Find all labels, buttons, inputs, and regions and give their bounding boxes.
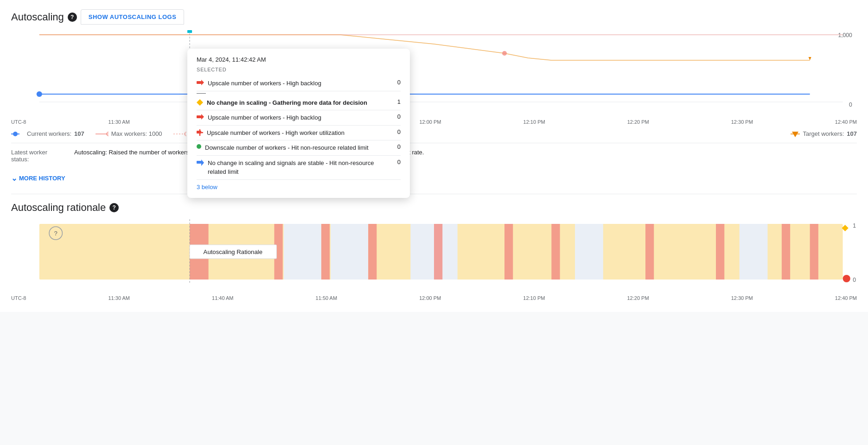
rationale-time-label: 11:40 AM <box>212 295 233 301</box>
svg-point-4 <box>37 91 42 97</box>
svg-rect-12 <box>197 115 201 118</box>
autoscaling-tooltip: Mar 4, 2024, 11:42:42 AM SELECTED Upscal… <box>187 49 410 198</box>
current-workers-legend-label: Current workers: <box>27 130 71 137</box>
rationale-time-label: 12:10 PM <box>523 295 545 301</box>
svg-text:0: 0 <box>849 102 852 108</box>
time-axis-label: 12:20 PM <box>627 119 649 125</box>
tooltip-row: Downscale number of workers - Hit non-re… <box>197 140 401 156</box>
tooltip-row-label: Upscale number of workers - High backlog <box>208 113 391 122</box>
tooltip-row-content: Upscale number of workers - High backlog <box>197 113 391 122</box>
tooltip-selected-item-label: No change in scaling - Gathering more da… <box>207 98 391 108</box>
tooltip-row-content: Downscale number of workers - Hit non-re… <box>197 143 391 153</box>
svg-rect-36 <box>504 224 513 280</box>
tooltip-row: Upscale number of workers - High backlog… <box>197 76 401 91</box>
svg-rect-43 <box>810 224 818 280</box>
tooltip-selected-label: SELECTED <box>197 67 401 72</box>
svg-rect-30 <box>321 224 330 280</box>
tooltip-row-value: 0 <box>391 113 401 120</box>
target-workers-value: 107 <box>847 130 857 137</box>
tooltip-row-selected: No change in scaling - Gathering more da… <box>197 95 401 111</box>
rationale-time-label: 12:30 PM <box>731 295 753 301</box>
autoscaling-chart: 1,000 0 Mar 4, 2024, 11:42:42 AM <box>11 30 857 114</box>
autoscaling-title: Autoscaling <box>11 11 64 23</box>
red-arrow-icon <box>197 80 204 87</box>
chart-svg: 1,000 0 <box>11 30 857 114</box>
rationale-help-icon[interactable]: ? <box>109 203 119 212</box>
svg-rect-35 <box>434 224 442 280</box>
tooltip-row: Upscale number of workers - High backlog… <box>197 110 401 126</box>
svg-point-9 <box>502 51 507 56</box>
rationale-time-axis-tz: UTC-8 <box>11 295 26 301</box>
max-workers-legend: Max workers: 1000 <box>96 130 162 137</box>
min-workers-line-icon <box>173 131 186 137</box>
rationale-time-axis: UTC-8 11:30 AM 11:40 AM 11:50 AM 12:00 P… <box>11 293 857 303</box>
status-label: Latest worker status: <box>11 149 67 163</box>
svg-rect-10 <box>197 81 201 84</box>
svg-rect-40 <box>716 224 724 280</box>
current-workers-legend: Current workers: 107 <box>11 130 84 137</box>
tooltip-divider <box>197 93 206 94</box>
rationale-time-label: 11:50 AM <box>316 295 337 301</box>
svg-rect-31 <box>284 224 321 280</box>
svg-text:0: 0 <box>853 277 856 283</box>
tooltip-row-value: 0 <box>391 143 401 150</box>
rationale-chart-svg: ? 1 0 Autoscaling Rationale <box>11 219 857 284</box>
chevron-down-icon: ⌄ <box>11 174 17 183</box>
time-axis-label: 12:10 PM <box>523 119 545 125</box>
max-workers-legend-label: Max workers: 1000 <box>111 130 162 137</box>
tooltip-below-link[interactable]: 3 below <box>197 184 401 191</box>
tooltip-row-content: No change in scaling - Gathering more da… <box>197 98 391 108</box>
svg-point-20 <box>13 132 18 136</box>
tooltip-row-content: Upscale number of workers - High backlog <box>197 79 391 88</box>
svg-rect-39 <box>645 224 654 280</box>
svg-rect-37 <box>551 224 560 280</box>
svg-rect-32 <box>331 224 368 280</box>
green-circle-icon <box>197 144 201 149</box>
svg-text:Autoscaling Rationale: Autoscaling Rationale <box>204 248 262 255</box>
rationale-time-label: 12:20 PM <box>627 295 649 301</box>
tooltip-timestamp: Mar 4, 2024, 11:42:42 AM <box>197 56 401 63</box>
rationale-time-label: 12:40 PM <box>835 295 857 301</box>
max-workers-line-icon <box>96 131 108 137</box>
tooltip-row-value: 0 <box>391 79 401 86</box>
time-axis-label: 12:00 PM <box>419 119 441 125</box>
target-workers-legend: Target workers: 107 <box>791 130 857 137</box>
current-workers-line-icon <box>11 131 24 137</box>
chart-time-axis: UTC-8 11:30 AM 11:40 AM 11:50 PM 12:00 P… <box>11 117 857 127</box>
svg-text:1,000: 1,000 <box>838 32 852 38</box>
show-logs-button[interactable]: SHOW AUTOSCALING LOGS <box>81 9 185 25</box>
time-axis-label: 12:40 PM <box>835 119 857 125</box>
time-axis-label: 12:30 PM <box>731 119 753 125</box>
rationale-title: Autoscaling rationale <box>11 202 106 214</box>
worker-status-section: Latest worker status: Autoscaling: Raise… <box>11 143 857 163</box>
tooltip-row-label: Upscale number of workers - High backlog <box>208 79 391 88</box>
target-workers-triangle-icon <box>791 131 800 137</box>
tooltip-row-label: Downscale number of workers - Hit non-re… <box>205 143 391 153</box>
svg-rect-8 <box>187 30 192 33</box>
svg-marker-5 <box>809 57 811 60</box>
svg-rect-38 <box>575 224 603 280</box>
red-arrow-icon-2 <box>197 114 204 121</box>
tooltip-row: No change in scaling and signals are sta… <box>197 156 401 180</box>
orange-diamond-icon <box>197 99 203 106</box>
svg-text:1: 1 <box>853 222 856 229</box>
rationale-time-label: 11:30 AM <box>108 295 129 301</box>
svg-marker-11 <box>201 80 204 85</box>
svg-rect-42 <box>782 224 790 280</box>
svg-rect-41 <box>740 224 768 280</box>
blue-triangle-icon <box>197 159 204 167</box>
tooltip-row-value: 0 <box>391 128 401 135</box>
svg-marker-18 <box>201 159 204 166</box>
svg-rect-47 <box>842 225 849 231</box>
tooltip-row-content: Upscale number of workers - High worker … <box>197 128 391 138</box>
svg-rect-34 <box>368 224 377 280</box>
more-history-button[interactable]: ⌄ MORE HISTORY <box>11 170 65 186</box>
svg-marker-13 <box>201 114 204 120</box>
autoscaling-help-icon[interactable]: ? <box>68 13 77 22</box>
svg-marker-25 <box>792 132 798 137</box>
section-divider <box>11 194 857 194</box>
tooltip-row-label: Upscale number of workers - High worker … <box>207 128 391 138</box>
rationale-time-label: 12:00 PM <box>419 295 441 301</box>
current-workers-value: 107 <box>74 130 84 137</box>
chart-legend: Current workers: 107 Max workers: 1000 M… <box>11 130 857 137</box>
